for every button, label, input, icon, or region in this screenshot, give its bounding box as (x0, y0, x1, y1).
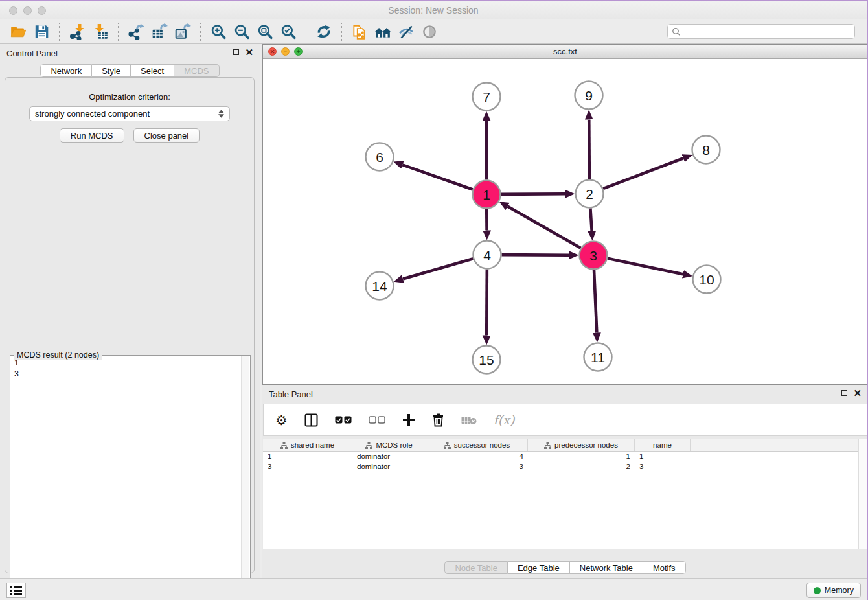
status-bar: Memory (0, 578, 867, 600)
plus-icon (402, 413, 415, 426)
column-header-name[interactable]: name (635, 439, 691, 451)
graph-node-label: 9 (585, 88, 593, 103)
float-table-panel-icon[interactable] (841, 390, 847, 396)
gear-icon: ⚙ (275, 413, 288, 427)
close-table-panel-icon[interactable]: ✕ (853, 389, 862, 397)
graph-node-2[interactable]: 2 (576, 180, 604, 208)
delete-columns-button[interactable] (432, 413, 444, 427)
graph-node-label: 10 (699, 272, 714, 287)
deselect-all-button[interactable] (369, 416, 385, 424)
graph-node-8[interactable]: 8 (692, 136, 720, 164)
graph-node-6[interactable]: 6 (366, 143, 394, 171)
zoom-fit-button[interactable] (253, 21, 277, 42)
tab-style[interactable]: Style (92, 64, 131, 77)
column-header-MCDS-role[interactable]: MCDS role (352, 439, 426, 451)
tab-mcds[interactable]: MCDS (174, 64, 219, 77)
column-header-predecessor-nodes[interactable]: predecessor nodes (528, 439, 635, 451)
graph-node-14[interactable]: 14 (366, 272, 394, 300)
eye-icon (421, 23, 438, 40)
first-neighbors-button[interactable] (371, 21, 394, 42)
graph-edge-2-8[interactable] (603, 158, 683, 189)
export-image-button[interactable] (171, 21, 194, 42)
table-tabs: Node TableEdge TableNetwork TableMotifs (262, 561, 868, 574)
tab-motifs[interactable]: Motifs (643, 561, 686, 574)
graph-edge-4-14[interactable] (403, 259, 473, 279)
open-file-button[interactable] (6, 21, 30, 42)
column-header-shared-name[interactable]: shared name (263, 439, 352, 451)
import-table-button[interactable] (89, 21, 112, 42)
float-panel-icon[interactable] (233, 49, 239, 55)
graph-node-label: 6 (376, 150, 383, 165)
table-scrollbar[interactable] (858, 439, 867, 549)
result-scrollbar[interactable] (241, 356, 249, 600)
graph-node-10[interactable]: 10 (693, 266, 721, 294)
column-label: predecessor nodes (554, 441, 618, 449)
run-mcds-button[interactable]: Run MCDS (60, 128, 124, 143)
network-canvas[interactable]: 7968124314101511 (263, 59, 867, 384)
refresh-button[interactable] (312, 21, 336, 42)
table-settings-button[interactable]: ⚙ (275, 413, 288, 427)
table-cell: 1 (528, 452, 635, 462)
list-icon (10, 586, 22, 595)
graph-edge-3-11[interactable] (594, 270, 597, 332)
houses-icon (374, 23, 391, 40)
tab-network[interactable]: Network (40, 64, 92, 77)
save-session-button[interactable] (30, 21, 53, 42)
export-network-button[interactable] (124, 21, 148, 42)
graph-edge-1-2[interactable] (501, 194, 565, 194)
delete-table-button[interactable] (461, 415, 477, 425)
graph-node-7[interactable]: 7 (473, 83, 501, 111)
graph-edge-2-3[interactable] (590, 208, 591, 231)
graph-edge-2-9[interactable] (589, 119, 589, 179)
graph-node-3[interactable]: 3 (580, 242, 608, 270)
close-panel-icon[interactable]: ✕ (245, 49, 253, 56)
optimization-select[interactable]: strongly connected component (29, 106, 230, 121)
mcds-tab-content: Optimization criterion: strongly connect… (5, 77, 255, 573)
table-row[interactable]: 3dominator323 (263, 462, 858, 472)
table-panel: Table Panel ✕ ⚙ (262, 385, 868, 578)
zoom-out-button[interactable] (230, 21, 253, 42)
graph-node-11[interactable]: 11 (584, 343, 612, 371)
zoom-selected-icon (280, 23, 297, 40)
select-all-button[interactable] (335, 416, 352, 424)
export-network-icon (128, 23, 144, 40)
task-history-button[interactable] (6, 583, 26, 598)
network-window-titlebar[interactable]: ✕ − ＋ scc.txt (263, 45, 867, 59)
clone-network-button[interactable] (348, 21, 371, 42)
search-field[interactable] (667, 24, 855, 39)
add-column-button[interactable] (402, 413, 415, 426)
graph-node-1[interactable]: 1 (473, 181, 501, 209)
import-network-button[interactable] (65, 21, 89, 42)
tab-edge-table[interactable]: Edge Table (508, 561, 570, 574)
function-builder-button[interactable]: f(x) (494, 413, 515, 427)
tab-network-table[interactable]: Network Table (570, 561, 643, 574)
export-table-button[interactable] (148, 21, 171, 42)
select-chevrons-icon (218, 110, 224, 118)
graph-node-4[interactable]: 4 (474, 241, 501, 269)
memory-button[interactable]: Memory (806, 583, 861, 598)
table-row[interactable]: 1dominator411 (263, 452, 858, 462)
export-image-icon (174, 23, 191, 40)
hide-selected-button[interactable] (394, 21, 418, 42)
show-all-button[interactable] (418, 21, 441, 42)
import-network-icon (69, 23, 86, 40)
tab-select[interactable]: Select (131, 64, 174, 77)
zoom-selected-button[interactable] (277, 21, 300, 42)
graph-edge-4-3[interactable] (501, 255, 569, 255)
zoom-in-button[interactable] (207, 21, 230, 42)
control-panel: Control Panel ✕ NetworkStyleSelectMCDS O… (0, 44, 260, 578)
graph-node-15[interactable]: 15 (473, 346, 501, 374)
graph-edge-3-10[interactable] (608, 259, 683, 275)
graph-edge-4-15[interactable] (486, 269, 487, 335)
graph-node-9[interactable]: 9 (575, 82, 603, 110)
graph-node-label: 7 (483, 89, 490, 104)
column-header-successor-nodes[interactable]: successor nodes (426, 439, 528, 451)
control-panel-title: Control Panel (6, 49, 58, 58)
tab-node-table[interactable]: Node Table (444, 561, 508, 574)
table-cell: dominator (352, 462, 426, 472)
search-input[interactable] (683, 27, 851, 36)
graph-edge-3-1[interactable] (508, 207, 581, 248)
graph-edge-1-6[interactable] (402, 165, 472, 189)
close-panel-button[interactable]: Close panel (133, 128, 200, 143)
show-column-panel-button[interactable] (304, 413, 318, 427)
